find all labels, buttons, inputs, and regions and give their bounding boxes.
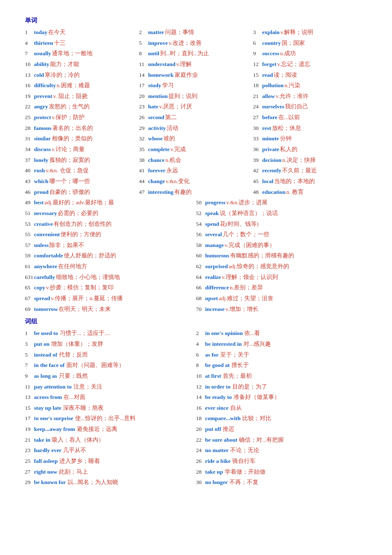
phrase-col: 1 be used to 习惯于...；适应于.... [25, 328, 196, 339]
vocab-word: hate [148, 101, 158, 112]
vocab-col: 69 tomorrow 在明天；明天；未来 [25, 304, 196, 315]
phrase-col: 14 be ready to 准备好（做某事） [196, 392, 368, 403]
phrase-def: 习惯于...；适应于.... [60, 328, 110, 339]
phrase-row: 19 keep...away from 避免接近；远离20 put off 推迟 [25, 424, 367, 435]
vocab-def: v.改进；改善 [169, 38, 202, 49]
vocab-word: forget [262, 59, 276, 70]
phrase-def: 确信；对...有把握 [239, 435, 284, 445]
vocab-def: adj.惊奇的；感觉意外的 [229, 261, 289, 272]
vocab-def: v.传播；展开；n.蔓延；传播 [51, 293, 123, 304]
vocab-num: 14 [139, 70, 148, 81]
phrase-row: 1 be used to 习惯于...；适应于....2 in one's op… [25, 328, 367, 339]
phrase-def: 学着做；开始做 [225, 467, 265, 477]
vocab-def: 分钟 [280, 133, 292, 144]
phrase-col: 24 no matter 不论；无论 [196, 445, 368, 456]
vocab-num: 52 [196, 208, 205, 219]
phrase-def: 自从 [230, 403, 242, 413]
vocab-word: cold [34, 70, 44, 81]
phrase-num: 14 [196, 392, 205, 403]
vocab-word: comfortable [34, 250, 63, 261]
phrase-text: keep...away from [34, 424, 75, 435]
vocab-col: 30 rest 放松；休息 [253, 123, 367, 134]
phrase-num: 13 [25, 392, 34, 403]
vocab-num: 7 [25, 48, 34, 59]
vocab-word: speak [205, 208, 219, 219]
phrase-text: take in [34, 435, 50, 445]
vocab-word: anywhere [34, 261, 57, 272]
vocab-col: 59 comfortable 使人舒服的；舒适的 [25, 250, 196, 261]
vocab-col: 45 local 当地的；本地的 [253, 176, 367, 187]
vocab-col: 38 chance n.机会 [139, 155, 253, 166]
vocab-def: 提到；说到 [168, 91, 197, 102]
vocab-num: 32 [139, 133, 148, 144]
phrase-row: 13 across from 在...对面14 be ready to 准备好（… [25, 392, 367, 403]
vocab-col: 1 today 在今天 [25, 27, 139, 38]
vocab-num: 26 [139, 112, 148, 123]
phrase-title: 词组 [25, 318, 367, 325]
vocab-row: 37 lonely 孤独的；寂寞的38 chance n.机会39 decisi… [25, 155, 367, 166]
phrase-def: 代替；反而 [59, 350, 88, 360]
vocab-def: 在...以前 [278, 112, 300, 123]
vocab-col: 26 second 第二 [139, 112, 253, 123]
vocab-num: 12 [253, 59, 262, 70]
phrase-num: 16 [196, 403, 205, 413]
vocab-def: 有创造力的；创造性的 [54, 219, 112, 230]
vocab-num: 30 [253, 123, 262, 134]
phrase-def: 此刻；马上 [59, 467, 88, 477]
vocab-word: mention [148, 91, 168, 102]
phrase-def: 进入梦乡；睡着 [59, 456, 100, 467]
phrase-col: 22 be sure about 确信；对...有把握 [196, 435, 368, 445]
phrase-def: 不论；无论 [230, 445, 259, 456]
phrase-def: 几乎从不 [63, 445, 86, 456]
vocab-word: before [262, 112, 278, 123]
vocab-def: 我们自己 [285, 101, 308, 112]
vocab-row: 22 angry 发怒的；生气的23 hate v.厌恶；讨厌24 oursel… [25, 101, 367, 112]
phrase-row: 15 stay up late 深夜不睡；熬夜16 ever since 自从 [25, 403, 367, 413]
vocab-num: 39 [253, 155, 262, 166]
vocab-def: 使人舒服的；舒适的 [64, 250, 116, 261]
phrase-col: 5 instead of 代替；反而 [25, 350, 196, 360]
phrase-text: be interested in [205, 339, 242, 350]
vocab-def: 有趣的 [174, 187, 192, 198]
vocab-def: 寒冷的；冷的 [45, 70, 80, 81]
vocab-word: explain [262, 27, 280, 38]
vocab-num: 15 [253, 70, 262, 81]
phrase-num: 1 [25, 328, 34, 339]
vocab-col: 19 prevent v. 阻止；阻挠 [25, 91, 139, 102]
vocab-word: copy [34, 282, 45, 293]
vocab-row: 10 ability 能力；才能11 understand v.理解12 for… [25, 59, 367, 70]
vocab-title: 单词 [25, 17, 367, 24]
vocab-def: n. 教育 [286, 187, 304, 198]
vocab-num: 2 [139, 27, 148, 38]
vocab-num: 1 [25, 27, 34, 38]
phrase-col: 18 compare...with 比较；对比 [196, 413, 368, 424]
vocab-num: 56 [196, 229, 205, 240]
phrase-row: 11 pay attention to 注意；关注12 in order to … [25, 381, 367, 392]
vocab-col: 2 matter 问题；事情 [139, 27, 253, 38]
vocab-word: surprised [205, 261, 228, 272]
vocab-num: 43 [25, 176, 34, 187]
vocab-word: chance [148, 155, 165, 166]
vocab-word: today [34, 27, 47, 38]
vocab-def: v.讨论；商量 [52, 144, 85, 155]
vocab-num: 42 [253, 165, 262, 176]
vocab-row: 34 discuss v.讨论；商量35 complete v.完成36 pri… [25, 144, 367, 155]
vocab-def: 不久前；最近 [282, 165, 317, 176]
vocab-word: local [262, 176, 273, 187]
phrase-def: 对...感兴趣 [243, 339, 271, 350]
vocab-def: v.&n. 仓促；急促 [46, 165, 88, 176]
phrase-text: fall asleep [34, 456, 58, 467]
vocab-word: prevent [34, 91, 52, 102]
vocab-num: 5 [139, 38, 148, 49]
vocab-word: complete [148, 144, 170, 155]
vocab-col: 57 unless 除非；如果不 [25, 240, 196, 251]
vocab-num: 38 [139, 155, 148, 166]
phrase-text: be known for [34, 477, 66, 488]
vocab-def: 活动 [167, 123, 178, 134]
phrase-num: 22 [196, 435, 205, 445]
phrase-text: pay attention to [34, 381, 72, 392]
vocab-col: 13 cold 寒冷的；冷的 [25, 70, 139, 81]
phrase-def: 骑自行车 [232, 456, 256, 467]
vocab-def: 问题；事情 [165, 27, 194, 38]
vocab-num: 44 [139, 176, 148, 187]
